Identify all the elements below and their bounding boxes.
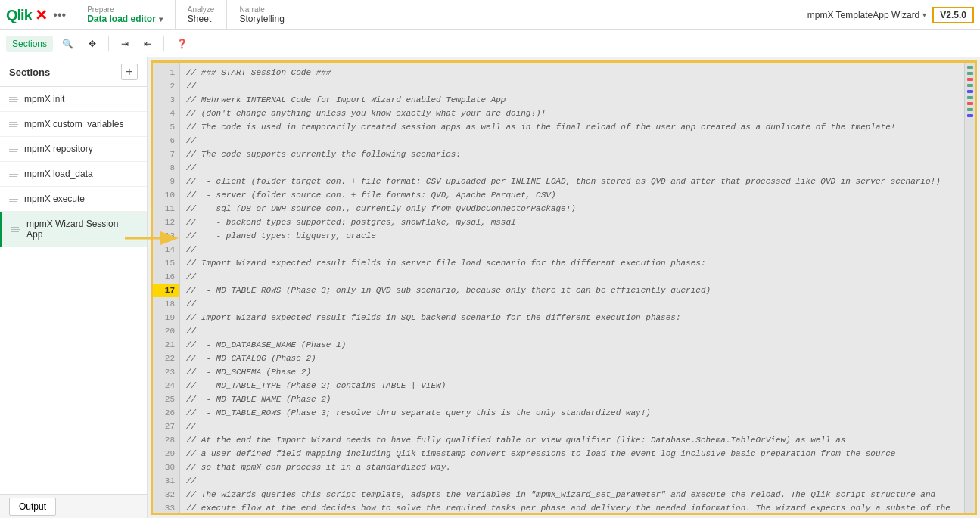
- sidebar-item-label: mpmX init: [24, 94, 138, 104]
- sidebar: Sections + mpmX init mpmX custom_variabl…: [0, 57, 148, 518]
- indent-button[interactable]: ⇥: [115, 36, 135, 52]
- right-minimap[interactable]: [964, 63, 975, 513]
- qlik-logo-text: Qlik ✕: [6, 6, 47, 24]
- line-number: 28: [153, 433, 179, 447]
- add-section-button[interactable]: +: [121, 64, 138, 80]
- line-number: 20: [153, 324, 179, 338]
- nav-narrate-value: Storytelling: [239, 14, 284, 24]
- nav-analyze-label: Analyze: [188, 5, 215, 14]
- code-line: // ### START Session Code ###: [186, 66, 958, 79]
- line-number: 11: [153, 202, 179, 216]
- line-number: 2: [153, 79, 179, 93]
- code-line: // - MD_TABLE_ROWS (Phase 3; only in QVD…: [186, 284, 958, 297]
- editor-wrapper: 1234567891011121314151617181920212223242…: [151, 60, 977, 515]
- code-line: //: [186, 324, 958, 338]
- sidebar-item-label: mpmX repository: [24, 144, 138, 154]
- insert-icon: ✥: [89, 39, 96, 49]
- code-line: // execute flow at the end decides how t…: [186, 501, 958, 513]
- code-line: // - MD_TABLE_NAME (Phase 2): [186, 392, 958, 406]
- nav-prepare[interactable]: Prepare Data load editor ▾: [75, 0, 176, 30]
- sidebar-item-mpmx-repository[interactable]: mpmX repository: [0, 137, 147, 162]
- search-button[interactable]: 🔍: [56, 36, 79, 52]
- nav-logo: Qlik ✕: [6, 6, 47, 24]
- drag-handle-icon[interactable]: [9, 147, 18, 152]
- line-number: 31: [153, 474, 179, 488]
- code-line: //: [186, 243, 958, 256]
- line-number: 8: [153, 161, 179, 175]
- line-numbers: 1234567891011121314151617181920212223242…: [153, 63, 180, 513]
- nav-prepare-value: Data load editor ▾: [87, 14, 163, 24]
- sidebar-item-label: mpmX Wizard Session App: [26, 219, 121, 240]
- code-line: //: [186, 134, 958, 147]
- line-number: 27: [153, 420, 179, 433]
- code-line: //: [186, 474, 958, 488]
- sidebar-item-label: mpmX execute: [24, 194, 138, 204]
- sidebar-items: mpmX init mpmX custom_variables mpmX rep…: [0, 87, 147, 494]
- code-line: // a user defined field mapping includin…: [186, 447, 958, 461]
- minimap-marker: [967, 114, 973, 117]
- line-number: 17: [153, 284, 179, 297]
- code-line: // - MD_TABLE_TYPE (Phase 2; contains TA…: [186, 379, 958, 392]
- nav-narrate[interactable]: Narrate Storytelling: [227, 0, 297, 30]
- search-icon: 🔍: [62, 39, 73, 49]
- code-line: //: [186, 79, 958, 93]
- code-content[interactable]: // ### START Session Code ###//// Mehrwe…: [180, 63, 964, 513]
- code-line: //: [186, 420, 958, 433]
- nav-more-button[interactable]: •••: [53, 8, 66, 22]
- minimap-marker: [967, 102, 973, 105]
- sidebar-item-mpmx-init[interactable]: mpmX init: [0, 87, 147, 112]
- toolbar: Sections 🔍 ✥ ⇥ ⇤ ❓: [0, 30, 980, 57]
- minimap-marker: [967, 90, 973, 93]
- code-line: // - sql (DB or DWH source con., current…: [186, 202, 958, 216]
- version-badge[interactable]: V2.5.0: [932, 7, 974, 23]
- outdent-button[interactable]: ⇤: [138, 36, 157, 52]
- main-layout: Sections + mpmX init mpmX custom_variabl…: [0, 57, 980, 518]
- nav-analyze[interactable]: Analyze Sheet: [176, 0, 228, 30]
- line-number: 18: [153, 297, 179, 311]
- line-number: 15: [153, 256, 179, 270]
- code-line: // - backend types supported: postgres, …: [186, 216, 958, 229]
- minimap-marker: [967, 78, 973, 81]
- line-number: 25: [153, 392, 179, 406]
- drag-handle-icon[interactable]: [11, 227, 20, 232]
- line-number: 4: [153, 107, 179, 120]
- line-number: 21: [153, 338, 179, 352]
- sidebar-item-mpmx-load-data[interactable]: mpmX load_data: [0, 162, 147, 187]
- code-line: // - server (folder source con. + file f…: [186, 188, 958, 202]
- output-bar: Output: [0, 494, 147, 518]
- drag-handle-icon[interactable]: [9, 197, 18, 202]
- top-nav: Qlik ✕ ••• Prepare Data load editor ▾ An…: [0, 0, 980, 30]
- drag-handle-icon[interactable]: [9, 172, 18, 177]
- app-title-chevron-icon: ▾: [922, 11, 926, 19]
- indent-icon: ⇥: [121, 39, 129, 49]
- line-number: 6: [153, 134, 179, 147]
- line-number: 10: [153, 188, 179, 202]
- line-number: 24: [153, 379, 179, 392]
- code-line: //: [186, 161, 958, 175]
- code-editor[interactable]: 1234567891011121314151617181920212223242…: [153, 63, 975, 513]
- line-number: 16: [153, 270, 179, 284]
- code-line: // Import Wizard expected result fields …: [186, 256, 958, 270]
- sidebar-item-mpmx-custom-variables[interactable]: mpmX custom_variables: [0, 112, 147, 137]
- app-title-text: mpmX TemplateApp Wizard: [807, 10, 920, 20]
- line-number: 33: [153, 501, 179, 513]
- sidebar-item-mpmx-wizard-session-app[interactable]: mpmX Wizard Session App 🗑: [0, 212, 147, 247]
- sections-button[interactable]: Sections: [6, 36, 53, 52]
- code-line: // - MD_TABLE_ROWS (Phase 3; resolve thr…: [186, 406, 958, 420]
- code-line: // so that mpmX can process it in a stan…: [186, 461, 958, 474]
- sidebar-item-label: mpmX load_data: [24, 169, 138, 179]
- line-number: 13: [153, 229, 179, 243]
- code-line: // - MD_CATALOG (Phase 2): [186, 352, 958, 365]
- insert-symbol-button[interactable]: ✥: [82, 36, 102, 52]
- minimap-marker: [967, 108, 973, 111]
- output-button[interactable]: Output: [9, 498, 56, 516]
- line-number: 5: [153, 120, 179, 134]
- sidebar-item-mpmx-execute[interactable]: mpmX execute: [0, 187, 147, 212]
- code-line: // Import Wizard expected result fields …: [186, 311, 958, 324]
- drag-handle-icon[interactable]: [9, 97, 18, 102]
- sidebar-item-label: mpmX custom_variables: [24, 119, 138, 129]
- prepare-chevron-icon: ▾: [159, 15, 163, 23]
- drag-handle-icon[interactable]: [9, 122, 18, 127]
- help-button[interactable]: ❓: [170, 36, 194, 52]
- code-line: // - MD_DATABASE_NAME (Phase 1): [186, 338, 958, 352]
